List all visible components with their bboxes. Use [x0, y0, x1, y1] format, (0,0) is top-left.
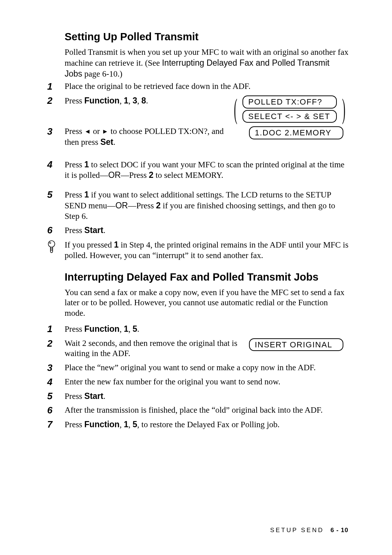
- t: Press: [65, 96, 84, 105]
- section-title-polled: Setting Up Polled Transmit: [65, 31, 348, 43]
- t: Press: [65, 392, 84, 401]
- or-text: OR: [115, 201, 128, 210]
- svg-point-1: [49, 242, 51, 244]
- intro-text-b: page 6-10.): [82, 69, 123, 78]
- intro-paragraph-2: You can send a fax or make a copy now, e…: [65, 287, 348, 319]
- step-number: 2: [47, 338, 65, 349]
- step-5: 5 Press Start.: [47, 391, 348, 402]
- t: ,: [128, 420, 133, 429]
- step-1: 1 Press Function, 1, 5.: [47, 324, 348, 335]
- step-number: 6: [47, 405, 65, 416]
- step-4: 4 Enter the new fax number for the origi…: [47, 377, 348, 387]
- key-1: 1: [114, 240, 119, 249]
- steps-list-1c: 5 Press 1 if you want to select addition…: [47, 189, 348, 236]
- step-number: 7: [47, 419, 65, 430]
- step-number: 3: [47, 126, 65, 137]
- step-text: After the transmission is finished, plac…: [65, 405, 348, 416]
- lcd-display-group: ( POLLED TX:OFF? SELECT <- > & SET ): [231, 95, 348, 123]
- key-1: 1: [124, 420, 128, 429]
- arrow-left-icon: ◄: [84, 127, 91, 136]
- step-5: 5 Press 1 if you want to select addition…: [47, 189, 348, 221]
- step-1: 1 Place the original to be retrieved fac…: [47, 81, 348, 92]
- t: .: [103, 392, 106, 401]
- key-start: Start: [84, 225, 103, 235]
- paren-left-icon: (: [234, 101, 237, 118]
- key-function: Function: [84, 96, 119, 105]
- step-6: 6 After the transmission is finished, pl…: [47, 405, 348, 416]
- steps-list-1b: 4 Press 1 to select DOC if you want your…: [47, 159, 348, 181]
- note-callout: If you pressed 1 in Step 4, the printed …: [47, 240, 348, 261]
- page-footer: SETUP SEND6 - 10: [270, 527, 348, 534]
- steps-list-2: 1 Press Function, 1, 5. 2 Wait 2 seconds…: [47, 324, 348, 430]
- step-number: 4: [47, 159, 65, 170]
- key-2: 2: [149, 170, 154, 180]
- svg-point-0: [48, 241, 55, 247]
- step-4: 4 Press 1 to select DOC if you want your…: [47, 159, 348, 181]
- key-8: 8: [142, 96, 146, 105]
- t: Press: [65, 226, 84, 235]
- t: Press: [65, 160, 84, 169]
- lcd-line: 1.DOC 2.MEMORY: [249, 126, 343, 139]
- step-text: Press Function, 1, 5.: [65, 324, 348, 335]
- lcd-line: SELECT <- > & SET: [242, 110, 337, 123]
- step-3: 3 Place the “new” original you want to s…: [47, 363, 348, 373]
- key-3: 3: [132, 96, 137, 105]
- key-2: 2: [156, 201, 161, 210]
- step-3: 3 Press ◄ or ► to choose POLLED TX:ON?, …: [47, 126, 348, 148]
- page-number: 6 - 10: [331, 527, 348, 534]
- step-text: Wait 2 seconds, and then remove the orig…: [65, 338, 238, 359]
- t: .: [113, 138, 115, 147]
- key-start: Start: [84, 391, 103, 401]
- t: —Press: [128, 201, 156, 210]
- key-1: 1: [84, 190, 89, 199]
- key-function: Function: [84, 324, 119, 334]
- t: Press: [65, 127, 84, 136]
- t: or: [91, 127, 102, 136]
- step-number: 4: [47, 377, 65, 387]
- step-6: 6 Press Start.: [47, 225, 348, 236]
- footer-section: SETUP SEND: [270, 527, 324, 534]
- step-number: 1: [47, 81, 65, 92]
- lcd-line: INSERT ORIGINAL: [249, 338, 343, 351]
- section-title-interrupt: Interrupting Delayed Fax and Polled Tran…: [65, 271, 348, 283]
- step-text: Press 1 to select DOC if you want your M…: [65, 159, 348, 181]
- step-2: 2 Wait 2 seconds, and then remove the or…: [47, 338, 348, 359]
- step-text: Place the original to be retrieved face …: [65, 81, 348, 92]
- t: —Press: [121, 171, 149, 180]
- t: Press: [65, 420, 84, 429]
- t: If you pressed: [65, 240, 114, 249]
- step-text: Place the “new” original you want to sen…: [65, 363, 348, 373]
- t: .: [103, 226, 106, 235]
- t: ,: [119, 420, 124, 429]
- key-5: 5: [132, 324, 137, 334]
- note-text: If you pressed 1 in Step 4, the printed …: [65, 240, 348, 261]
- t: ,: [128, 96, 133, 105]
- key-function: Function: [84, 420, 119, 429]
- t: ,: [119, 325, 124, 334]
- t: ,: [137, 96, 142, 105]
- t: , to restore the Delayed Fax or Polling …: [137, 420, 279, 429]
- step-number: 3: [47, 363, 65, 373]
- key-1: 1: [124, 324, 128, 334]
- step-number: 1: [47, 324, 65, 334]
- lcd-line: POLLED TX:OFF?: [242, 95, 337, 109]
- key-1: 1: [124, 96, 128, 105]
- step-text: Press Start.: [65, 225, 348, 236]
- step-text: Press ◄ or ► to choose POLLED TX:ON?, an…: [65, 126, 238, 148]
- paren-right-icon: ): [342, 101, 345, 118]
- t: .: [146, 96, 148, 105]
- lightbulb-icon: [47, 240, 65, 261]
- t: ,: [128, 325, 133, 334]
- step-text: Press 1 if you want to select additional…: [65, 189, 348, 221]
- step-7: 7 Press Function, 1, 5, to restore the D…: [47, 419, 348, 430]
- arrow-right-icon: ►: [102, 127, 109, 136]
- step-number: 5: [47, 189, 65, 200]
- or-text: OR: [108, 170, 121, 180]
- step-2: 2 Press Function, 1, 3, 8. ( POLLED TX:O…: [47, 95, 348, 123]
- step-text: Enter the new fax number for the origina…: [65, 377, 348, 387]
- step-text: Press Function, 1, 3, 8.: [65, 95, 220, 106]
- step-number: 2: [47, 95, 65, 106]
- key-set: Set: [100, 137, 113, 147]
- step-text: Press Start.: [65, 391, 348, 402]
- intro-paragraph: Polled Transmit is when you set up your …: [65, 47, 348, 79]
